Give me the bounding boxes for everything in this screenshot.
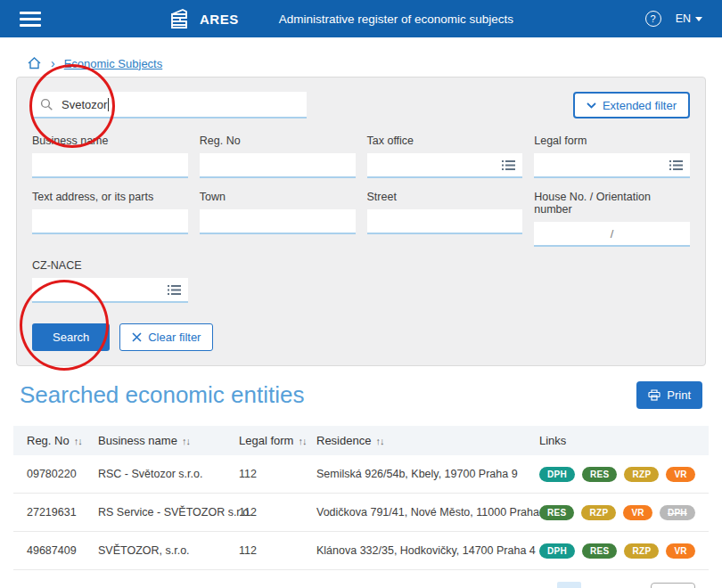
field-input-text-address-or-its-parts[interactable] <box>32 209 188 234</box>
field-input-town[interactable] <box>200 209 356 234</box>
column-header-business-name[interactable]: Business name↑↓ <box>98 434 239 447</box>
filter-panel: Svetozor Extended filter Business nameRe… <box>16 77 706 366</box>
badge-vr[interactable]: VR <box>666 467 695 482</box>
cell-business-name[interactable]: SVĚTOZOR, s.r.o. <box>98 544 239 557</box>
field-label-town: Town <box>200 191 356 203</box>
cell-legal-form: 112 <box>239 468 316 480</box>
search-input[interactable]: Svetozor <box>32 92 307 118</box>
page-size-select[interactable]: 10 <box>651 583 695 588</box>
filter-field-tax-office: Tax office <box>367 135 523 178</box>
sort-arrows-icon[interactable]: ↑↓ <box>375 436 383 446</box>
close-icon <box>132 332 142 342</box>
cell-links: RESRZPVRDPH <box>539 505 722 520</box>
app-name: ARES <box>200 12 239 27</box>
caret-down-icon <box>695 17 702 21</box>
badge-rzp[interactable]: RZP <box>624 543 659 559</box>
filter-field-street: Street <box>367 191 523 247</box>
breadcrumb-separator: › <box>51 56 55 70</box>
field-input-house-no-orientation-number[interactable]: / <box>534 222 690 247</box>
help-icon[interactable]: ? <box>645 11 661 27</box>
language-label: EN <box>676 12 691 25</box>
field-label-house-no-orientation-number: House No. / Orientation number <box>534 191 690 216</box>
current-page-button[interactable]: 1 <box>557 582 581 588</box>
badge-res[interactable]: RES <box>582 467 617 482</box>
badge-rzp[interactable]: RZP <box>581 505 616 520</box>
app-title: Administrative register of economic subj… <box>279 12 513 26</box>
language-selector[interactable]: EN <box>676 12 702 25</box>
brand-logo[interactable]: ARES <box>168 7 239 30</box>
field-input-street[interactable] <box>367 209 523 234</box>
field-input-cz-nace[interactable] <box>32 278 188 303</box>
list-icon <box>168 284 181 296</box>
column-label: Legal form <box>239 434 293 447</box>
cell-business-name[interactable]: RSC - Světozor s.r.o. <box>98 468 239 480</box>
results-title: Searched economic entities <box>20 381 304 409</box>
badge-dph[interactable]: DPH <box>539 543 575 559</box>
chevron-down-icon <box>587 102 596 109</box>
pagination: « ‹ 1 › » 10 <box>503 582 695 588</box>
field-input-reg-no[interactable] <box>200 153 356 178</box>
cell-links: DPHRESRZPVR <box>539 467 722 482</box>
search-button[interactable]: Search <box>32 323 110 351</box>
home-icon[interactable] <box>27 56 42 70</box>
field-label-text-address-or-its-parts: Text address, or its parts <box>32 191 188 203</box>
printer-icon <box>648 389 660 401</box>
cell-residence: Vodičkova 791/41, Nové Město, 11000 Prah… <box>316 506 539 519</box>
search-icon <box>40 98 53 111</box>
clear-filter-button[interactable]: Clear filter <box>119 323 213 351</box>
cell-business-name[interactable]: RS Service - SVĚTOZOR s.r.o. <box>98 506 239 519</box>
badge-res[interactable]: RES <box>539 505 574 520</box>
column-label: Residence <box>316 434 371 447</box>
field-input-tax-office[interactable] <box>367 153 523 178</box>
hamburger-menu-icon[interactable] <box>20 12 41 27</box>
field-input-legal-form[interactable] <box>534 153 690 178</box>
column-label: Reg. No <box>27 434 70 447</box>
results-table: Reg. No↑↓Business name↑↓Legal form↑↓Resi… <box>13 426 709 570</box>
filter-field-town: Town <box>200 191 356 247</box>
column-header-legal-form[interactable]: Legal form↑↓ <box>239 434 316 447</box>
badge-dph[interactable]: DPH <box>539 467 575 482</box>
print-label: Print <box>667 388 691 402</box>
badge-dph-inactive[interactable]: DPH <box>660 505 695 520</box>
sort-arrows-icon[interactable]: ↑↓ <box>74 436 82 446</box>
badge-res[interactable]: RES <box>582 543 617 559</box>
badge-vr[interactable]: VR <box>623 505 652 520</box>
sort-arrows-icon[interactable]: ↑↓ <box>182 436 190 446</box>
column-header-residence[interactable]: Residence↑↓ <box>316 434 539 447</box>
results-header: Searched economic entities Print <box>20 381 702 409</box>
search-input-value: Svetozor <box>62 98 107 111</box>
extended-filter-label: Extended filter <box>603 99 677 112</box>
filter-buttons: Search Clear filter <box>32 323 690 351</box>
field-label-street: Street <box>367 191 523 203</box>
table-row: 09780220RSC - Světozor s.r.o.112Semilská… <box>13 455 709 494</box>
filter-fields-grid: Business nameReg. NoTax officeLegal form… <box>32 135 690 303</box>
breadcrumb-current[interactable]: Economic Subjects <box>64 57 163 70</box>
topbar-right: ? EN <box>645 11 702 27</box>
column-header-reg-no[interactable]: Reg. No↑↓ <box>27 434 98 447</box>
cell-reg-no: 49687409 <box>27 544 98 557</box>
field-input-business-name[interactable] <box>32 153 188 178</box>
sort-arrows-icon[interactable]: ↑↓ <box>298 436 306 446</box>
field-label-tax-office: Tax office <box>367 135 523 147</box>
ares-building-icon <box>168 7 191 30</box>
extended-filter-button[interactable]: Extended filter <box>573 92 690 118</box>
badge-rzp[interactable]: RZP <box>624 467 659 482</box>
cell-reg-no: 27219631 <box>27 506 98 519</box>
filter-field-reg-no: Reg. No <box>200 135 356 178</box>
table-row: 49687409SVĚTOZOR, s.r.o.112Klánova 332/3… <box>13 532 709 570</box>
cell-residence: Semilská 926/54b, Kbely, 19700 Praha 9 <box>316 468 539 480</box>
badge-vr[interactable]: VR <box>666 543 695 559</box>
print-button[interactable]: Print <box>636 381 702 409</box>
cell-legal-form: 112 <box>239 544 316 557</box>
list-icon <box>669 159 683 171</box>
field-label-reg-no: Reg. No <box>200 135 356 147</box>
text-cursor <box>108 98 109 111</box>
table-header-row: Reg. No↑↓Business name↑↓Legal form↑↓Resi… <box>13 426 709 455</box>
clear-filter-label: Clear filter <box>148 331 201 344</box>
filter-field-cz-nace: CZ-NACE <box>32 259 188 303</box>
column-header-links: Links <box>539 434 709 447</box>
filter-field-text-address-or-its-parts: Text address, or its parts <box>32 191 188 247</box>
top-bar: ARES Administrative register of economic… <box>0 0 722 37</box>
filter-field-house-no-orientation-number: House No. / Orientation number/ <box>534 191 690 247</box>
cell-links: DPHRESRZPVR <box>539 543 722 559</box>
